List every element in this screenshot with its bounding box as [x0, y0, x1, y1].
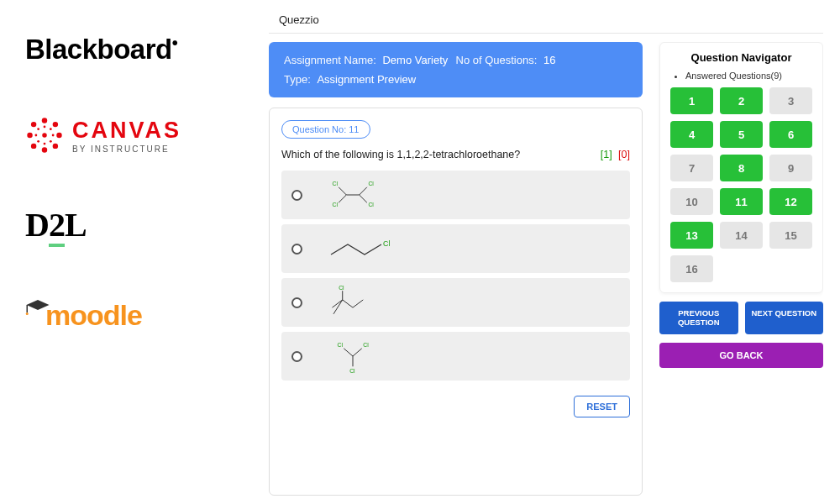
svg-line-22: [339, 195, 346, 202]
canvas-name: CANVAS: [72, 118, 181, 144]
molecule-b-icon: Cl: [314, 229, 415, 268]
go-back-button[interactable]: GO BACK: [659, 343, 823, 368]
svg-point-0: [42, 133, 47, 138]
molecule-c-icon: Cl: [314, 283, 391, 322]
svg-point-3: [27, 133, 32, 138]
app-title: Quezzio: [269, 8, 823, 31]
question-cell-11[interactable]: 11: [720, 188, 763, 215]
question-grid: 12345678910111213141516: [670, 87, 812, 282]
svg-point-9: [44, 126, 46, 129]
svg-point-16: [50, 140, 52, 143]
svg-text:Cl: Cl: [332, 202, 338, 207]
logo-canvas: CANVAS BY INSTRUCTURE: [25, 116, 244, 155]
radio-icon: [291, 244, 302, 255]
question-cell-6[interactable]: 6: [769, 121, 812, 148]
svg-line-24: [360, 195, 367, 202]
svg-text:Cl: Cl: [368, 181, 374, 186]
question-cell-8[interactable]: 8: [720, 155, 763, 181]
main-area: Assignment Name: Demo Variety No of Ques…: [269, 42, 643, 496]
radio-icon: [291, 351, 302, 362]
svg-point-10: [44, 143, 46, 145]
svg-point-7: [31, 144, 36, 149]
radio-icon: [291, 297, 302, 308]
next-question-button[interactable]: NEXT QUESTION: [745, 302, 824, 334]
quezzio-app: Quezzio Assignment Name: Demo Variety No…: [260, 0, 840, 504]
question-cell-16[interactable]: 16: [670, 255, 713, 282]
svg-line-33: [344, 349, 353, 356]
svg-text:Cl: Cl: [349, 368, 355, 374]
question-navigator: Question Navigator Answered Questions(9)…: [659, 42, 823, 293]
svg-text:Cl: Cl: [339, 285, 344, 291]
navigator-title: Question Navigator: [670, 51, 812, 64]
answer-options: ClCl ClCl Cl: [281, 171, 630, 381]
question-score: [1] [0]: [601, 149, 630, 160]
question-cell-9[interactable]: 9: [769, 155, 812, 181]
question-cell-13[interactable]: 13: [670, 222, 713, 249]
assignment-info-bar: Assignment Name: Demo Variety No of Ques…: [269, 42, 643, 97]
svg-text:Cl: Cl: [368, 202, 374, 207]
svg-point-11: [35, 134, 38, 137]
question-cell-7[interactable]: 7: [670, 155, 713, 181]
logo-moodle: moodle: [25, 295, 244, 332]
question-cell-12[interactable]: 12: [769, 188, 812, 215]
svg-point-1: [42, 118, 47, 123]
question-cell-3[interactable]: 3: [769, 87, 812, 114]
question-cell-10[interactable]: 10: [670, 188, 713, 215]
answer-option-a[interactable]: ClCl ClCl: [281, 171, 630, 219]
svg-point-8: [53, 144, 58, 149]
answer-option-c[interactable]: Cl: [281, 278, 630, 327]
svg-text:Cl: Cl: [383, 239, 391, 248]
svg-text:Cl: Cl: [363, 342, 369, 348]
svg-line-31: [333, 300, 343, 314]
svg-text:Cl: Cl: [332, 181, 338, 186]
svg-point-5: [31, 122, 36, 127]
question-cell-4[interactable]: 4: [670, 121, 713, 148]
answer-option-b[interactable]: Cl: [281, 224, 630, 273]
question-cell-1[interactable]: 1: [670, 87, 713, 114]
answer-option-d[interactable]: ClClCl: [281, 332, 630, 381]
question-cell-5[interactable]: 5: [720, 121, 763, 148]
question-number-badge: Question No: 11: [281, 120, 370, 139]
navigator-legend: Answered Questions(9): [677, 71, 812, 81]
svg-point-14: [50, 128, 52, 130]
canvas-icon: [25, 116, 64, 155]
svg-line-21: [339, 187, 346, 195]
svg-point-12: [52, 134, 55, 137]
svg-point-2: [42, 147, 47, 152]
previous-question-button[interactable]: PREVIOUS QUESTION: [659, 302, 738, 334]
svg-rect-18: [27, 305, 29, 312]
svg-line-23: [360, 187, 367, 195]
assignment-type-field: Type: Assignment Preview: [284, 73, 456, 86]
question-prompt: Which of the following is 1,1,2,2-tetrac…: [281, 149, 520, 160]
radio-icon: [291, 190, 302, 201]
canvas-subtitle: BY INSTRUCTURE: [72, 144, 181, 154]
svg-point-19: [26, 312, 29, 315]
svg-line-34: [353, 349, 362, 356]
question-count-field: No of Questions: 16: [456, 54, 628, 66]
lms-logos-column: Blackboard• CANVAS BY INSTRUCTURE D2L: [0, 0, 260, 504]
svg-point-6: [53, 122, 58, 127]
logo-blackboard: Blackboard•: [25, 34, 244, 66]
molecule-a-icon: ClCl ClCl: [314, 176, 391, 214]
question-card: Question No: 11 Which of the following i…: [269, 108, 643, 496]
navigator-column: Question Navigator Answered Questions(9)…: [659, 42, 823, 496]
svg-point-13: [37, 128, 39, 130]
divider: [269, 33, 823, 34]
svg-point-15: [37, 140, 39, 143]
svg-text:Cl: Cl: [338, 342, 344, 348]
question-prompt-row: Which of the following is 1,1,2,2-tetrac…: [281, 149, 630, 160]
assignment-name-field: Assignment Name: Demo Variety: [284, 54, 456, 66]
reset-button[interactable]: RESET: [574, 396, 630, 417]
question-cell-15[interactable]: 15: [769, 222, 812, 249]
svg-point-4: [56, 133, 61, 138]
question-cell-2[interactable]: 2: [720, 87, 763, 114]
logo-d2l: D2L: [25, 205, 244, 244]
question-cell-14[interactable]: 14: [720, 222, 763, 249]
molecule-d-icon: ClClCl: [314, 337, 391, 375]
